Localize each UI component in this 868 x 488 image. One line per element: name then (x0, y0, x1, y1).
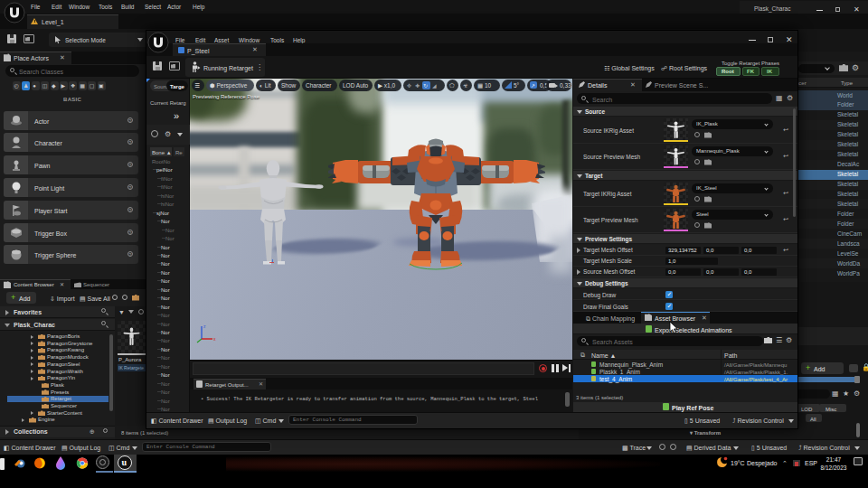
svg-text:z: z (203, 324, 206, 329)
svg-text:x: x (213, 336, 216, 342)
